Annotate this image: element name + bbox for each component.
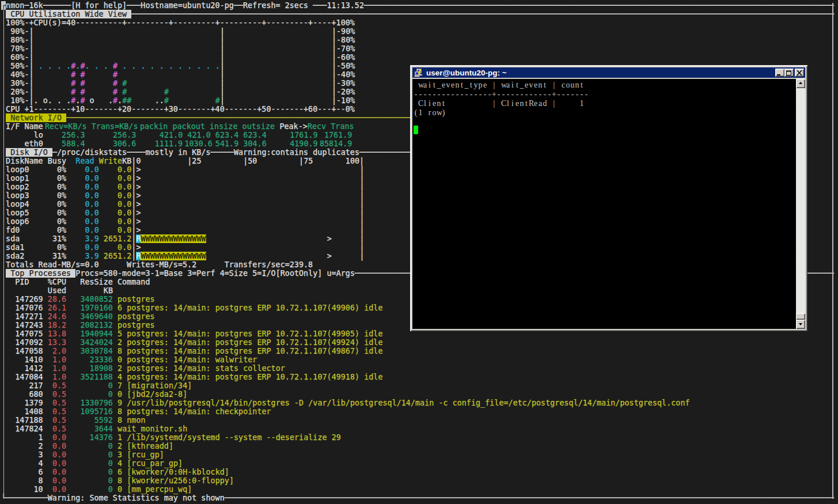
nmon-run-r35-c25: 6 postgres: 14/main: postgres ERP 10.72.… xyxy=(117,304,382,312)
nmon-run-r24-c18: 0.0 xyxy=(85,209,98,217)
psql-char: l xyxy=(423,99,427,108)
psql-char: ( xyxy=(414,108,418,118)
scrollbar-down-button[interactable] xyxy=(796,320,805,329)
scrollbar-thumb[interactable] xyxy=(796,313,805,320)
psql-char: n xyxy=(455,81,460,90)
psql-char: ) xyxy=(441,108,446,118)
nmon-run-r35-c10: 26.1 xyxy=(48,304,66,312)
nmon-run-r40-c25: 8 postgres: 14/main: postgres ERP 10.72.… xyxy=(117,347,382,355)
psql-char: | xyxy=(492,99,496,108)
psql-char: _ xyxy=(520,81,524,90)
nmon-run-r4-c71: |-80% xyxy=(332,36,355,44)
psql-char: - xyxy=(455,90,460,99)
nmon-run-r29-c30: WWWWWWWWWWWWWW xyxy=(141,252,206,260)
psql-char: - xyxy=(450,90,455,99)
psql-char: i xyxy=(427,81,432,90)
psql-char: v xyxy=(446,81,450,90)
nmon-run-r13-c1: Network I/O xyxy=(6,113,66,122)
nmon-run-r22-c18: 0.0 xyxy=(85,191,98,200)
putty-scrollbar[interactable] xyxy=(796,79,805,329)
nmon-run-r46-c3: 1379 xyxy=(15,399,43,407)
nmon-run-r1-c1: CPU Utilisation Wide View xyxy=(6,10,131,18)
nmon-run-r34-c10: 28.6 xyxy=(48,295,66,304)
nmon-run-r47-c3: 1408 xyxy=(15,407,43,416)
nmon-run-r23-c25: 0.0 xyxy=(117,200,131,209)
nmon-run-r15-c40: 421.0 xyxy=(187,131,210,139)
nmon-run-r56-c3: 10 xyxy=(15,485,43,494)
nmon-run-r44-c17: 0 xyxy=(80,381,113,390)
nmon-run-r24-c1: loop5 xyxy=(6,209,29,217)
psql-char: R xyxy=(529,99,533,108)
nmon-run-r43-c25: 4 postgres: 14/main: postgres ERP 10.72.… xyxy=(117,373,382,381)
nmon-run-r23-c28: |> xyxy=(131,200,141,209)
psql-char: - xyxy=(432,90,437,99)
nmon-run-r27-c22: 2651.2 xyxy=(104,234,131,243)
nmon-run-r11-c35: # xyxy=(164,96,169,105)
nmon-run-r11-c9: o xyxy=(43,96,48,105)
psql-char: t xyxy=(543,81,547,90)
nmon-run-r11-c23: . xyxy=(108,96,113,105)
psql-char: - xyxy=(460,90,464,99)
nmon-run-r15-c69.4: 1761.9 xyxy=(324,131,352,139)
nmon-run-r3-c1: 90%-| xyxy=(6,27,33,36)
nmon-run-r8-c1: 40%-| xyxy=(6,70,33,79)
nmon-run-r36-c17: 3469640 xyxy=(80,312,113,321)
nmon-run-r54-c17: 0 xyxy=(80,468,113,476)
psql-char: - xyxy=(584,90,589,99)
nmon-run-r14-c1: I/F Name xyxy=(6,122,43,131)
scrollbar-up-button[interactable] xyxy=(796,79,805,88)
nmon-run-r11-c47: | xyxy=(220,96,225,105)
psql-char: - xyxy=(423,90,427,99)
psql-char: n xyxy=(437,99,441,108)
maximize-button[interactable] xyxy=(784,69,794,77)
nmon-run-r11-c10: . xyxy=(48,96,52,105)
nmon-run-r14-c65.8: Recv Trans xyxy=(308,122,354,131)
nmon-run-r45-c17: 0 xyxy=(80,390,113,399)
nmon-run-r23-c77: | xyxy=(359,200,364,209)
nmon-run-r15-c34: 421.0 xyxy=(160,131,183,139)
psql-char: - xyxy=(575,90,579,99)
psql-char: | xyxy=(552,99,556,108)
nmon-run-r39-c25: 2 postgres: 14/main: postgres ERP 10.72.… xyxy=(117,338,382,347)
nmon-run-r9-c47: | xyxy=(220,79,225,88)
putty-window[interactable]: user@ubuntu20-pg: ~ wait_event_type|wait… xyxy=(410,65,807,331)
nmon-run-r52-c10: 0.0 xyxy=(48,450,66,459)
nmon-run-r9-c24: # xyxy=(113,79,117,88)
nmon-run-r16-c46: 541.9 xyxy=(215,139,238,148)
nmon-run-r21-c28: |> xyxy=(131,183,141,191)
nmon-run-r38-c25: 5 postgres: 14/main: postgres ERP 10.72.… xyxy=(117,329,382,338)
putty-terminal[interactable]: wait_event_type|wait_event|count--------… xyxy=(412,79,796,329)
psql-char: n xyxy=(575,81,579,90)
nmon-run-r29-c70: > xyxy=(327,252,332,260)
psql-char: t xyxy=(441,99,446,108)
nmon-run-r11-c46: # xyxy=(215,96,220,105)
nmon-run-r20-c18: 0.0 xyxy=(85,174,98,183)
putty-titlebar[interactable]: user@ubuntu20-pg: ~ xyxy=(412,67,805,78)
nmon-run-r27-c30: WWWWWWWWWWWWWW xyxy=(141,234,206,243)
psql-char: i xyxy=(510,99,515,108)
psql-char: | xyxy=(492,81,496,90)
close-button[interactable] xyxy=(795,69,804,77)
scrollbar-track[interactable] xyxy=(796,88,805,320)
nmon-run-r24-c28: |> xyxy=(131,209,141,217)
nmon-run-r23-c1: loop4 xyxy=(6,200,29,209)
nmon-run-r10-c15: # xyxy=(71,88,75,96)
nmon-run-r7-c18: . . . xyxy=(85,62,108,70)
psql-char: - xyxy=(556,90,561,99)
nmon-run-r29-c11: 31% xyxy=(52,252,66,260)
nmon-run-r42-c3: 1412 xyxy=(15,364,43,373)
psql-char: w xyxy=(437,108,441,118)
nmon-run-r2-c1: 100%-+CPU(s)=40----------+---------+----… xyxy=(6,18,355,27)
nmon-run-r11-c1: 10%-| xyxy=(6,96,33,105)
nmon-run-r19-c28: |> xyxy=(131,165,141,174)
psql-char: t xyxy=(524,99,529,108)
nmon-run-r56-c25: 0 [mm_percpu_wq] xyxy=(117,485,192,494)
nmon-run-r11-c15: # xyxy=(71,96,75,105)
nmon-run-r37-c25: postgres xyxy=(117,321,155,329)
psql-char: - xyxy=(427,90,432,99)
minimize-button[interactable] xyxy=(775,69,784,77)
nmon-run-r24-c25: 0.0 xyxy=(117,209,131,217)
nmon-run-r6-c1: 60%-| xyxy=(6,53,33,62)
nmon-run-r19-c18: 0.0 xyxy=(85,165,98,174)
nmon-run-r21-c77: | xyxy=(359,183,364,191)
